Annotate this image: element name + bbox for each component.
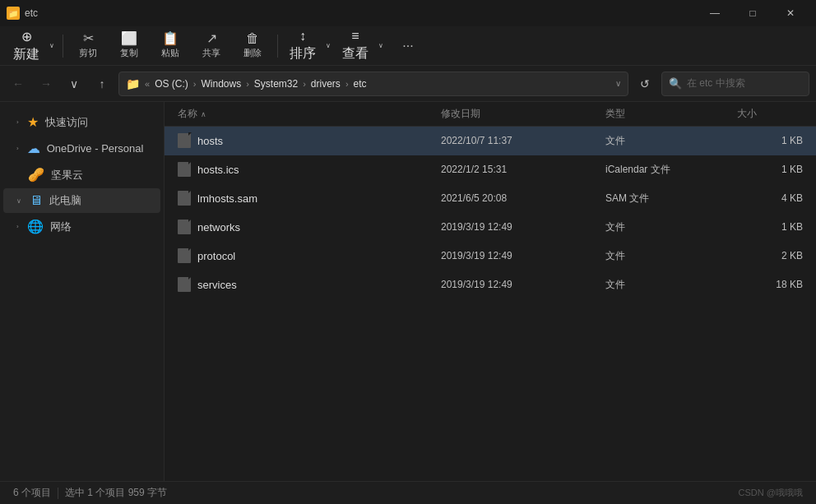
forward-button[interactable]: → (35, 72, 58, 95)
sidebar-item-label: 网络 (50, 220, 72, 234)
search-placeholder: 在 etc 中搜索 (687, 76, 745, 90)
new-button-arrow[interactable]: ∨ (46, 30, 58, 62)
delete-label: 删除 (243, 47, 262, 59)
path-os[interactable]: OS (C:) (155, 78, 188, 90)
file-size-cell: 1 KB (737, 164, 803, 175)
chevron-down-icon: ∨ (16, 197, 21, 205)
sort-button-arrow[interactable]: ∨ (322, 30, 334, 62)
file-type-cell: 文件 (605, 134, 737, 148)
sort-button-main[interactable]: ↕ 排序 (283, 30, 322, 62)
file-name-cell: services (178, 277, 441, 292)
file-name-cell: hosts (178, 133, 441, 148)
maximize-button[interactable]: □ (734, 0, 772, 26)
sort-button-group[interactable]: ↕ 排序 ∨ (283, 30, 334, 62)
col-header-date[interactable]: 修改日期 (441, 107, 605, 121)
path-drivers[interactable]: drivers (311, 78, 341, 90)
path-system32[interactable]: System32 (254, 78, 298, 90)
chevron-right-icon: › (16, 145, 19, 152)
path-windows[interactable]: Windows (201, 78, 241, 90)
sidebar-item-onedrive[interactable]: › ☁ OneDrive - Personal (3, 136, 160, 161)
cloud-icon: ☁ (27, 141, 40, 156)
selected-info: 选中 1 个项目 959 字节 (65, 486, 167, 500)
sidebar-item-label: 快速访问 (45, 115, 88, 130)
up-button[interactable]: ↑ (90, 72, 114, 95)
file-size-cell: 2 KB (737, 250, 803, 261)
file-size-cell: 1 KB (737, 221, 803, 233)
view-button-group[interactable]: ≡ 查看 ∨ (336, 30, 387, 62)
chevron-right-icon: › (16, 223, 19, 230)
status-separator (58, 488, 58, 499)
file-icon (178, 191, 191, 206)
view-label: 查看 (342, 45, 369, 62)
new-label: 新建 (13, 46, 39, 62)
file-icon (178, 133, 191, 148)
col-header-type[interactable]: 类型 (605, 107, 737, 121)
file-size-cell: 18 KB (737, 279, 803, 290)
file-type-cell: 文件 (605, 278, 737, 292)
sort-label: 排序 (290, 45, 316, 62)
table-row[interactable]: hosts 2022/10/7 11:37 文件 1 KB (165, 127, 816, 155)
col-header-size[interactable]: 大小 (737, 107, 803, 121)
delete-button[interactable]: 🗑 删除 (233, 30, 272, 62)
sidebar-item-nutcloud[interactable]: 🥜 坚果云 (3, 162, 160, 187)
separator-2 (277, 35, 278, 58)
file-size-cell: 1 KB (737, 135, 803, 146)
view-button-main[interactable]: ≡ 查看 (336, 30, 375, 62)
more-button[interactable]: ··· (388, 30, 428, 62)
col-size-label: 大小 (737, 107, 757, 121)
close-button[interactable]: ✕ (772, 0, 809, 26)
paste-button[interactable]: 📋 粘贴 (151, 30, 190, 62)
app-icon: 📁 (7, 7, 20, 20)
copy-button[interactable]: ⬜ 复制 (109, 30, 149, 62)
col-header-name[interactable]: 名称 ∧ (178, 107, 441, 121)
refresh-button[interactable]: ↺ (633, 72, 656, 95)
table-row[interactable]: lmhosts.sam 2021/6/5 20:08 SAM 文件 4 KB (165, 184, 816, 213)
table-row[interactable]: protocol 2019/3/19 12:49 文件 2 KB (165, 242, 816, 270)
paste-icon: 📋 (162, 32, 178, 45)
cut-icon: ✂ (83, 32, 94, 45)
share-icon: ↗ (206, 32, 217, 45)
back-button[interactable]: ← (7, 72, 30, 95)
file-name-text: hosts.ics (197, 164, 239, 176)
file-type-cell: 文件 (605, 220, 737, 234)
sidebar-item-network[interactable]: › 🌐 网络 (3, 214, 160, 239)
file-size-cell: 4 KB (737, 192, 803, 204)
new-icon: ⊕ (21, 30, 32, 44)
file-name-cell: protocol (178, 248, 441, 263)
share-button[interactable]: ↗ 共享 (192, 30, 231, 62)
sidebar-item-label: 此电脑 (49, 193, 81, 208)
file-date-cell: 2022/10/7 11:37 (441, 135, 605, 146)
table-row[interactable]: services 2019/3/19 12:49 文件 18 KB (165, 270, 816, 299)
minimize-button[interactable]: — (696, 0, 734, 26)
file-list: 名称 ∧ 修改日期 类型 大小 hosts 2022/10/7 11:37 文件… (165, 102, 816, 481)
col-date-label: 修改日期 (441, 107, 480, 121)
table-row[interactable]: hosts.ics 2022/1/2 15:31 iCalendar 文件 1 … (165, 155, 816, 184)
new-button-group[interactable]: ⊕ 新建 ∨ (7, 30, 58, 62)
star-icon: ★ (27, 114, 39, 130)
separator-1 (63, 35, 63, 58)
file-icon (178, 220, 191, 234)
file-name-text: services (197, 279, 237, 291)
table-row[interactable]: networks 2019/3/19 12:49 文件 1 KB (165, 213, 816, 242)
file-rows-container: hosts 2022/10/7 11:37 文件 1 KB hosts.ics … (165, 127, 816, 299)
paste-label: 粘贴 (161, 47, 179, 59)
pc-icon: 🖥 (30, 193, 43, 208)
expand-button[interactable]: ∨ (63, 72, 86, 95)
folder-icon: 📁 (126, 77, 140, 90)
window-title: etc (25, 7, 38, 19)
cut-button[interactable]: ✂ 剪切 (68, 30, 108, 62)
search-box[interactable]: 🔍 在 etc 中搜索 (661, 72, 809, 96)
address-path-box[interactable]: 📁 « OS (C:) › Windows › System32 › drive… (118, 72, 628, 96)
title-bar: 📁 etc — □ ✕ (0, 0, 816, 26)
sidebar-item-this-pc[interactable]: ∨ 🖥 此电脑 (3, 188, 160, 213)
view-button-arrow[interactable]: ∨ (375, 30, 387, 62)
sidebar-item-quick-access[interactable]: › ★ 快速访问 (3, 109, 160, 135)
path-chevron-icon: ∨ (615, 79, 621, 88)
file-date-cell: 2022/1/2 15:31 (441, 164, 605, 175)
view-icon: ≡ (351, 30, 359, 44)
path-etc[interactable]: etc (354, 78, 367, 90)
new-button-main[interactable]: ⊕ 新建 (7, 30, 46, 62)
status-bar: 6 个项目 选中 1 个项目 959 字节 CSDN @哦哦哦 (0, 481, 816, 504)
title-bar-left: 📁 etc (7, 7, 38, 20)
network-icon: 🌐 (27, 219, 44, 234)
